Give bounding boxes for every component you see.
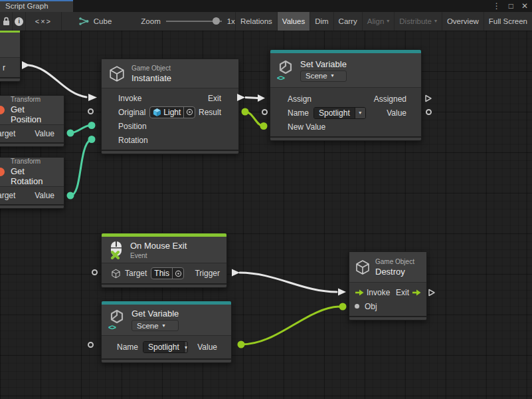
node-category: Transform [11,96,57,103]
port-dot[interactable] [88,136,96,143]
chevron-down-icon: ▾ [331,73,334,78]
chevron-down-icon: ▾ [387,19,389,24]
node-get-position[interactable]: Transform Get Position Target Value [0,95,64,147]
scene-variable-icon: <> [277,61,294,80]
port-exit[interactable]: Exit [396,288,409,297]
wire-arrowhead [258,94,265,102]
port-value[interactable]: Value [197,342,217,352]
wire-value [70,140,90,196]
port-dot[interactable] [242,108,249,116]
port-target[interactable]: Target [0,129,15,138]
node-get-variable[interactable]: <> Get Variable Scene ▾ Name Spotlight ▾ [101,301,232,363]
cube-icon [111,269,121,279]
code-preview-button[interactable]: <×> [26,12,62,31]
port-circle-name[interactable] [262,109,268,115]
breadcrumb[interactable]: Cube [79,12,112,31]
port-invoke[interactable]: Invoke [118,94,141,103]
maximize-icon[interactable]: □ [509,1,513,11]
graph-toolbar: i <×> Cube Zoom 1x Relations Values Dim … [0,12,532,31]
port-result[interactable]: Result [199,108,221,117]
port-dot[interactable] [238,341,245,348]
port-dot[interactable] [67,130,74,137]
values-button[interactable]: Values [277,12,310,31]
node-partial-event[interactable]: r [0,31,21,82]
node-get-rotation[interactable]: Transform Get Rotation Target Value [0,157,64,209]
port-position[interactable]: Position [118,122,147,131]
port-value[interactable]: Value [35,129,54,138]
kebab-menu-icon[interactable]: ⋮ [493,1,501,11]
carry-button[interactable]: Carry [333,12,362,31]
port-circle-value-out[interactable] [426,109,432,115]
port-assign[interactable]: Assign [288,94,311,104]
port-assigned[interactable]: Assigned [374,94,406,104]
wire-arrowhead [338,289,346,296]
lock-button[interactable] [0,12,13,31]
node-set-variable[interactable]: <> Set Variable Scene ▾ Assign Assigned [270,49,422,141]
tab-script-graph[interactable]: Script Graph [0,0,73,12]
prefab-cube-icon [153,108,161,117]
port-exit[interactable]: Exit [208,94,221,103]
node-subtitle: Event [130,252,187,259]
port-circle-name[interactable] [88,342,94,348]
port-name[interactable]: Name [288,108,309,118]
port-target[interactable]: Target [125,269,147,278]
port-name[interactable]: Name [117,342,138,352]
port-dot[interactable] [88,122,96,129]
object-field-light[interactable]: Light [149,106,195,118]
mouse-exit-icon [108,241,124,259]
object-field-this[interactable]: This [151,267,184,279]
node-instantiate[interactable]: Game Object Instantiate Invoke Exit Orig… [101,59,239,154]
dim-button[interactable]: Dim [310,12,333,31]
cube-icon [108,65,126,82]
port-triangle-exit[interactable] [428,289,436,297]
node-title: Get Rotation [11,166,57,186]
port-invoke[interactable]: Invoke [367,288,390,297]
align-button[interactable]: Align▾ [362,12,395,31]
scene-variable-icon: <> [108,310,126,330]
node-destroy[interactable]: Game Object Destroy Invoke Exit [349,251,427,321]
port-triangle-out[interactable] [22,61,30,69]
port-value[interactable]: Value [35,191,54,200]
zoom-value: 1x [227,17,235,25]
distribute-button[interactable]: Distribute▾ [394,12,442,31]
port-obj[interactable]: Obj [365,302,377,311]
relations-button[interactable]: Relations [235,12,277,31]
zoom-slider[interactable] [166,17,222,25]
cube-icon [355,259,371,275]
overview-button[interactable]: Overview [442,12,484,31]
port-dot[interactable] [260,122,268,130]
port-trigger[interactable]: Trigger [195,269,220,278]
chevron-down-icon: ▾ [184,342,187,352]
unity-script-graph-window: Script Graph ⋮ □ ✕ i <×> Cube [0,0,532,399]
variable-name-dropdown[interactable]: Spotlight ▾ [313,107,366,119]
object-picker-icon[interactable] [172,268,183,279]
port-rotation[interactable]: Rotation [118,136,148,145]
port-triangle-assigned[interactable] [424,94,432,102]
port-target[interactable]: Target [0,191,15,200]
port-new-value[interactable]: New Value [288,122,325,132]
variable-scope-dropdown[interactable]: Scene ▾ [132,320,179,331]
info-icon: i [15,17,23,26]
port-triangle-out[interactable] [232,269,240,277]
object-picker-icon[interactable] [183,107,195,118]
zoom-slider-handle[interactable] [213,17,220,25]
info-button[interactable]: i [13,12,25,31]
graph-canvas[interactable]: r Transform Get Position Target Value [0,31,532,399]
port-dot[interactable] [67,192,74,200]
node-on-mouse-exit[interactable]: On Mouse Exit Event Target This [101,233,227,288]
variable-name-dropdown[interactable]: Spotlight ▾ [143,341,188,353]
chevron-down-icon: ▾ [355,108,365,118]
wire-control [29,65,86,97]
lock-icon [2,17,11,26]
port-circle-target[interactable] [92,269,98,275]
port-circle-original[interactable] [88,108,94,114]
transform-icon [0,168,5,176]
port-original[interactable]: Original [118,108,145,117]
port-dot[interactable] [339,303,347,311]
variable-scope-dropdown[interactable]: Scene ▾ [300,70,347,82]
wire-arrowhead [88,94,97,101]
close-icon[interactable]: ✕ [521,1,528,11]
full-screen-button[interactable]: Full Screen [484,12,532,31]
port-value[interactable]: Value [387,108,406,118]
chevron-down-icon: ▾ [434,19,437,24]
